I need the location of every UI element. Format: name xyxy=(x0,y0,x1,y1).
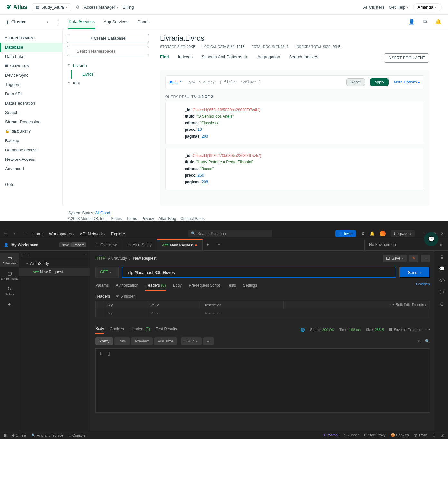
tab-tests[interactable]: Tests xyxy=(227,282,236,291)
tab-schema[interactable]: Schema Anti-Patterns0 xyxy=(202,53,248,63)
more-icon[interactable]: ⋯ xyxy=(426,328,430,332)
api-network-link[interactable]: API Network ▾ xyxy=(80,231,106,236)
query-input[interactable]: Type a query: { field: 'value' } xyxy=(187,80,341,84)
more-icon[interactable]: ⋮ xyxy=(56,19,60,24)
sidebar-backup[interactable]: Backup xyxy=(0,136,62,145)
docs-icon[interactable]: 🗎 xyxy=(440,255,444,260)
filter-link[interactable]: Filter ↗ xyxy=(169,80,182,85)
view-preview[interactable]: Preview xyxy=(131,337,153,345)
view-pretty[interactable]: Pretty xyxy=(95,337,113,345)
tab-alurastudy[interactable]: ▭AluraStudy xyxy=(122,239,157,250)
tab-app-services[interactable]: App Services xyxy=(103,15,129,28)
tab-params[interactable]: Params xyxy=(95,282,109,291)
tab-charts[interactable]: Charts xyxy=(137,15,150,28)
code-icon[interactable]: </> xyxy=(438,278,445,283)
view-raw[interactable]: Raw xyxy=(114,337,130,345)
sidebar-triggers[interactable]: Triggers xyxy=(0,80,62,89)
project-selector[interactable]: ▦ Study_Alura ▾ xyxy=(32,3,71,11)
tab-settings[interactable]: Settings xyxy=(243,282,257,291)
format-selector[interactable]: JSON ▾ xyxy=(181,337,202,345)
search-namespaces-input[interactable] xyxy=(67,46,149,56)
access-manager-link[interactable]: Access Manager▾ xyxy=(84,5,118,10)
hidden-toggle[interactable]: 👁 6 hidden xyxy=(116,294,135,299)
db-livraria[interactable]: Livraria xyxy=(67,61,149,70)
back-icon[interactable]: ← xyxy=(13,231,18,236)
activity-icon[interactable]: ⧉ xyxy=(423,19,427,25)
create-database-button[interactable]: + Create Database xyxy=(67,34,149,43)
user-menu[interactable]: Amanda▾ xyxy=(413,3,442,11)
upgrade-button[interactable]: Upgrade ▾ xyxy=(391,230,415,237)
workspace-selector[interactable]: 👤 My Workspace New Import xyxy=(0,239,90,250)
document-card[interactable]: _id: ObjectId('652b1f65030ba28030f97c4b'… xyxy=(165,102,424,144)
tab-data-services[interactable]: Data Services xyxy=(68,15,95,29)
response-body[interactable]: 1[] xyxy=(95,348,430,413)
add-tab-button[interactable]: + xyxy=(203,239,213,250)
tab-aggregation[interactable]: Aggregation xyxy=(257,53,280,63)
tab-new-request[interactable]: GETNew Request xyxy=(157,239,203,250)
db-test[interactable]: test xyxy=(67,79,149,87)
filter-icon[interactable]: ⫱ xyxy=(28,253,29,257)
value-input[interactable]: Value xyxy=(147,309,200,317)
info-icon[interactable]: ⓘ xyxy=(440,289,444,295)
bell-icon[interactable]: 🔔 xyxy=(435,19,442,25)
gear-icon[interactable]: ⚙ xyxy=(361,231,365,236)
avatar[interactable] xyxy=(380,231,386,236)
sidebar-advanced[interactable]: Advanced xyxy=(0,164,62,173)
console-link[interactable]: ▭ Console xyxy=(68,433,85,438)
proxy-link[interactable]: ⟳ Start Proxy xyxy=(364,433,385,438)
related-icon[interactable]: ⊙ xyxy=(440,302,444,307)
invite-button[interactable]: 👤 Invite xyxy=(335,230,356,237)
sidebar-toggle-icon[interactable]: ⊞ xyxy=(4,433,7,438)
cluster-selector[interactable]: ▮ Cluster ▾ xyxy=(6,19,48,24)
footer-privacy[interactable]: Privacy xyxy=(141,217,154,221)
sidebar-data-federation[interactable]: Data Federation xyxy=(0,99,62,108)
save-button[interactable]: 🖫Save▾ xyxy=(383,255,407,262)
copy-icon[interactable]: ⧉ xyxy=(418,339,421,343)
status-link[interactable]: All Good xyxy=(95,211,110,215)
postbot-link[interactable]: ✦ Postbot xyxy=(323,433,338,438)
sidebar-datalake[interactable]: Data Lake xyxy=(0,52,62,61)
more-icon[interactable]: ⋯ xyxy=(83,253,87,257)
key-input[interactable]: Key xyxy=(103,309,147,317)
menu-icon[interactable]: ☰ xyxy=(4,231,8,236)
presets-link[interactable]: Presets xyxy=(412,303,424,307)
sidebar-data-api[interactable]: Data API xyxy=(0,89,62,99)
tab-body[interactable]: Body xyxy=(173,282,182,291)
save-example-link[interactable]: 🖫 Save as Example xyxy=(389,328,421,332)
layout-icon[interactable]: ⊞ xyxy=(433,433,435,438)
sidebar-search[interactable]: Search xyxy=(0,108,62,117)
get-help-link[interactable]: Get Help▾ xyxy=(389,5,408,10)
apply-button[interactable]: Apply xyxy=(370,78,389,86)
sidebar-stream[interactable]: Stream Processing xyxy=(0,117,62,127)
home-link[interactable]: Home xyxy=(33,231,44,236)
comment-icon[interactable]: 💬 xyxy=(439,266,444,271)
tab-more-icon[interactable]: ⋯ xyxy=(213,239,224,250)
method-selector[interactable]: GET ▾ xyxy=(95,267,119,278)
invite-icon[interactable]: 👤 xyxy=(408,19,415,25)
breadcrumb-ws[interactable]: AluraStudy xyxy=(108,256,127,261)
bell-icon[interactable]: 🔔 xyxy=(370,231,375,236)
tab-search-indexes[interactable]: Search Indexes xyxy=(289,53,318,63)
rail-history[interactable]: ↻History xyxy=(0,284,19,298)
request-new-request[interactable]: GET New Request xyxy=(19,268,90,276)
chat-bubble[interactable]: 💬 xyxy=(424,232,438,246)
search-icon[interactable]: 🔍 xyxy=(425,339,430,343)
tab-indexes[interactable]: Indexes xyxy=(178,53,193,63)
table-row[interactable]: Key Value Description xyxy=(96,309,430,317)
cookies-link[interactable]: Cookies xyxy=(416,282,430,291)
resp-tab-body[interactable]: Body xyxy=(95,325,104,334)
globe-icon[interactable]: 🌐 xyxy=(300,328,305,332)
comment-icon[interactable]: ▭ xyxy=(421,255,430,262)
tab-headers[interactable]: Headers (6) xyxy=(145,282,166,291)
url-input[interactable] xyxy=(122,267,396,278)
help-icon[interactable]: ⓘ xyxy=(441,433,444,438)
tab-find[interactable]: Find xyxy=(160,53,169,63)
rail-more[interactable]: ⊞ xyxy=(0,299,19,311)
wrap-icon[interactable]: ⤶ xyxy=(203,337,214,345)
resp-tab-headers[interactable]: Headers (7) xyxy=(130,325,150,334)
import-button[interactable]: Import xyxy=(71,242,86,247)
footer-status[interactable]: Status xyxy=(111,217,122,221)
footer-contact[interactable]: Contact Sales xyxy=(180,217,205,221)
runner-link[interactable]: ▷ Runner xyxy=(344,433,359,438)
tab-overview[interactable]: ⊙Overview xyxy=(90,239,122,250)
